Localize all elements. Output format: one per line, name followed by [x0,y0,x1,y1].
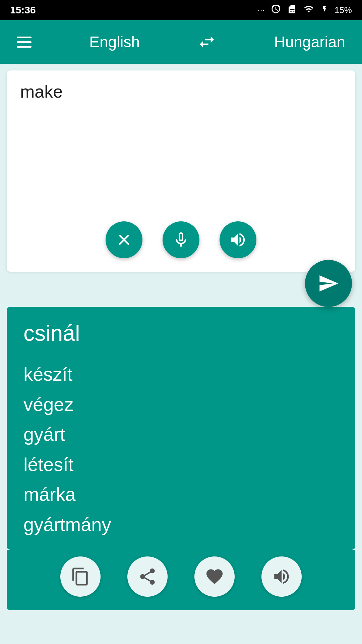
speak-source-button[interactable] [220,221,256,258]
send-button-wrapper [0,260,362,307]
charging-icon [320,4,328,16]
target-language-button[interactable]: Hungarian [274,33,345,51]
battery-level: 15% [335,5,352,15]
translation-secondary: készít végez gyárt létesít márka gyártmá… [23,359,339,540]
sim-icon [287,4,297,16]
toolbar: English Hungarian [0,20,362,64]
translate-button[interactable] [305,260,352,307]
status-bar: 15:36 ··· 15% [0,0,362,20]
status-time: 15:36 [10,4,36,16]
more-icon: ··· [257,5,265,15]
translation-primary: csinál [23,320,339,346]
input-area: make [7,70,355,272]
swap-languages-button[interactable] [197,33,216,51]
translation-area: csinál készít végez gyárt létesít márka … [7,307,355,550]
input-controls [20,221,342,258]
source-text-input[interactable]: make [20,80,342,215]
alarm-icon [271,4,281,16]
translation-item-4: létesít [23,449,339,480]
clear-button[interactable] [106,221,142,258]
bottom-bar [7,550,355,610]
translation-item-3: gyárt [23,419,339,449]
source-language-button[interactable]: English [89,33,140,51]
copy-button[interactable] [60,556,101,597]
status-icons: ··· 15% [257,4,352,16]
translation-item-1: készít [23,359,339,389]
signal-icon [303,4,314,16]
translation-item-6: gyártmány [23,509,339,540]
translation-item-2: végez [23,389,339,420]
share-button[interactable] [127,556,168,597]
microphone-button[interactable] [163,221,199,258]
translation-item-5: márka [23,479,339,509]
menu-button[interactable] [17,37,32,48]
speak-translation-button[interactable] [261,556,302,597]
favorite-button[interactable] [194,556,235,597]
